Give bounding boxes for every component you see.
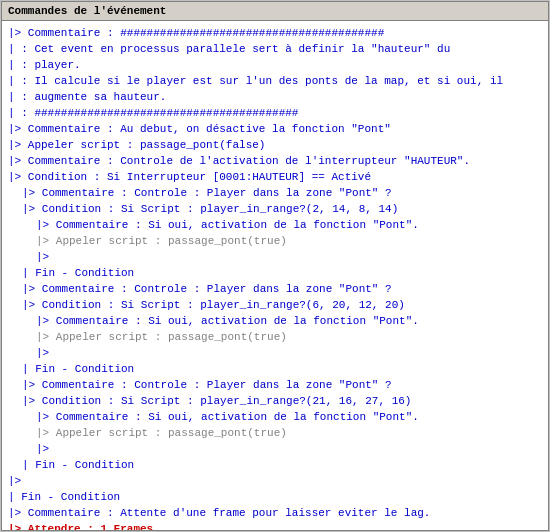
line-text: | Fin - Condition	[8, 457, 134, 473]
code-line: |> Condition : Si Script : player_in_ran…	[8, 393, 542, 409]
code-line: |> Commentaire : #######################…	[8, 25, 542, 41]
line-text: |> Commentaire : Si oui, activation de l…	[8, 409, 419, 425]
line-text: |> Condition : Si Interrupteur [0001:HAU…	[8, 169, 371, 185]
line-text: |>	[8, 345, 49, 361]
line-text: |> Commentaire : Controle de l'activatio…	[8, 153, 470, 169]
line-text: |> Appeler script : passage_pont(true)	[8, 425, 287, 441]
line-text: | : ####################################…	[8, 105, 298, 121]
line-text: |> Appeler script : passage_pont(true)	[8, 329, 287, 345]
code-line: |> Commentaire : Attente d'une frame pou…	[8, 505, 542, 521]
line-text: | Fin - Condition	[8, 265, 134, 281]
code-line: |>	[8, 441, 542, 457]
code-line: |> Commentaire : Controle : Player dans …	[8, 377, 542, 393]
line-text: | : Il calcule si le player est sur l'un…	[8, 73, 503, 89]
line-text: |> Commentaire : Controle : Player dans …	[8, 281, 392, 297]
line-text: |>	[8, 473, 21, 489]
code-line: | : Il calcule si le player est sur l'un…	[8, 73, 542, 89]
code-line: | Fin - Condition	[8, 489, 542, 505]
line-text: | Fin - Condition	[8, 361, 134, 377]
code-line: | Fin - Condition	[8, 361, 542, 377]
line-text: | : player.	[8, 57, 81, 73]
code-line: |> Commentaire : Si oui, activation de l…	[8, 313, 542, 329]
code-line: | Fin - Condition	[8, 457, 542, 473]
code-line: |> Commentaire : Si oui, activation de l…	[8, 217, 542, 233]
content-area[interactable]: |> Commentaire : #######################…	[2, 21, 548, 530]
code-line: | : ####################################…	[8, 105, 542, 121]
code-line: |> Appeler script : passage_pont(true)	[8, 425, 542, 441]
code-line: |>	[8, 473, 542, 489]
code-block: |> Commentaire : #######################…	[4, 25, 546, 530]
line-text: | : augmente sa hauteur.	[8, 89, 166, 105]
line-text: |> Commentaire : Attente d'une frame pou…	[8, 505, 430, 521]
code-line: |> Condition : Si Script : player_in_ran…	[8, 201, 542, 217]
code-line: |> Commentaire : Controle de l'activatio…	[8, 153, 542, 169]
line-text: |> Appeler script : passage_pont(true)	[8, 233, 287, 249]
code-line: |> Commentaire : Au debut, on désactive …	[8, 121, 542, 137]
window-title: Commandes de l'événement	[8, 5, 166, 17]
code-line: | : augmente sa hauteur.	[8, 89, 542, 105]
code-line: |> Attendre : 1 Frames	[8, 521, 542, 530]
line-text: |> Condition : Si Script : player_in_ran…	[8, 201, 398, 217]
main-window: Commandes de l'événement |> Commentaire …	[1, 1, 549, 531]
line-text: |>	[8, 249, 49, 265]
line-text: |> Commentaire : #######################…	[8, 25, 384, 41]
code-line: |> Appeler script : passage_pont(true)	[8, 329, 542, 345]
line-text: |> Condition : Si Script : player_in_ran…	[8, 393, 411, 409]
line-text: |> Commentaire : Controle : Player dans …	[8, 185, 392, 201]
line-text: | : Cet event en processus parallele ser…	[8, 41, 450, 57]
line-text: |> Commentaire : Controle : Player dans …	[8, 377, 392, 393]
code-line: |> Condition : Si Interrupteur [0001:HAU…	[8, 169, 542, 185]
line-text: |> Commentaire : Si oui, activation de l…	[8, 313, 419, 329]
code-line: |> Appeler script : passage_pont(true)	[8, 233, 542, 249]
line-text: |>	[8, 441, 49, 457]
code-line: |>	[8, 345, 542, 361]
line-text: |> Commentaire : Si oui, activation de l…	[8, 217, 419, 233]
code-line: | : Cet event en processus parallele ser…	[8, 41, 542, 57]
code-line: |> Commentaire : Si oui, activation de l…	[8, 409, 542, 425]
line-text: |> Attendre : 1 Frames	[8, 521, 153, 530]
code-line: |> Commentaire : Controle : Player dans …	[8, 281, 542, 297]
line-text: |> Appeler script : passage_pont(false)	[8, 137, 265, 153]
title-bar: Commandes de l'événement	[2, 2, 548, 21]
code-line: |> Commentaire : Controle : Player dans …	[8, 185, 542, 201]
code-line: |>	[8, 249, 542, 265]
line-text: | Fin - Condition	[8, 489, 120, 505]
code-line: | Fin - Condition	[8, 265, 542, 281]
line-text: |> Condition : Si Script : player_in_ran…	[8, 297, 405, 313]
code-line: |> Condition : Si Script : player_in_ran…	[8, 297, 542, 313]
line-text: |> Commentaire : Au debut, on désactive …	[8, 121, 391, 137]
code-line: |> Appeler script : passage_pont(false)	[8, 137, 542, 153]
code-line: | : player.	[8, 57, 542, 73]
